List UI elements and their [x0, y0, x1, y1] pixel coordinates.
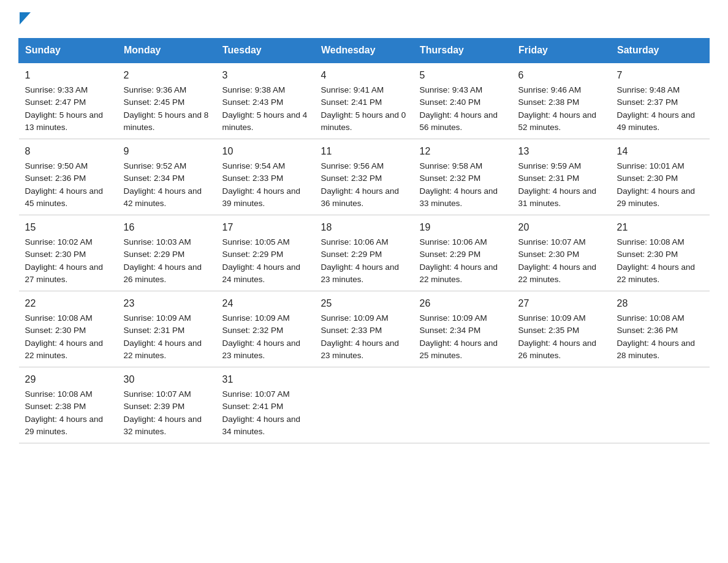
daylight-text: Daylight: 4 hours and 26 minutes.	[518, 339, 597, 360]
sunrise-text: Sunrise: 10:09 AM	[420, 313, 487, 323]
daylight-text: Daylight: 4 hours and 22 minutes.	[124, 339, 202, 360]
day-number: 29	[25, 372, 112, 387]
sunset-text: Sunset: 2:39 PM	[124, 402, 185, 411]
sunset-text: Sunset: 2:36 PM	[25, 174, 86, 183]
day-number: 21	[617, 220, 703, 235]
daylight-text: Daylight: 4 hours and 27 minutes.	[25, 262, 104, 284]
day-number: 11	[321, 144, 408, 159]
day-number: 28	[617, 296, 703, 311]
calendar-cell: 9Sunrise: 9:52 AMSunset: 2:34 PMDaylight…	[118, 139, 216, 215]
days-of-week-row: SundayMondayTuesdayWednesdayThursdayFrid…	[19, 39, 710, 63]
day-number: 2	[124, 68, 210, 83]
day-header-thursday: Thursday	[414, 39, 512, 63]
day-number: 12	[420, 144, 506, 159]
sunset-text: Sunset: 2:38 PM	[25, 402, 86, 411]
calendar-cell: 26Sunrise: 10:09 AMSunset: 2:34 PMDaylig…	[414, 291, 512, 367]
day-header-tuesday: Tuesday	[216, 39, 315, 63]
sunset-text: Sunset: 2:34 PM	[124, 174, 185, 183]
calendar-cell	[315, 367, 414, 443]
day-number: 14	[617, 144, 703, 159]
sunset-text: Sunset: 2:47 PM	[25, 98, 86, 107]
svg-marker-0	[20, 12, 31, 25]
sunrise-text: Sunrise: 9:56 AM	[321, 161, 384, 170]
sunset-text: Sunset: 2:29 PM	[222, 250, 284, 259]
daylight-text: Daylight: 4 hours and 31 minutes.	[518, 186, 597, 208]
day-number: 16	[124, 220, 210, 235]
calendar-cell: 31Sunrise: 10:07 AMSunset: 2:41 PMDaylig…	[216, 367, 315, 443]
sunrise-text: Sunrise: 10:08 AM	[25, 389, 93, 399]
day-header-saturday: Saturday	[611, 39, 710, 63]
calendar-cell: 25Sunrise: 10:09 AMSunset: 2:33 PMDaylig…	[315, 291, 414, 367]
sunrise-text: Sunrise: 10:05 AM	[222, 237, 290, 247]
sunset-text: Sunset: 2:29 PM	[420, 250, 481, 259]
day-number: 10	[222, 144, 309, 159]
day-number: 8	[25, 144, 112, 159]
calendar-cell: 3Sunrise: 9:38 AMSunset: 2:43 PMDaylight…	[216, 63, 315, 139]
calendar-cell: 10Sunrise: 9:54 AMSunset: 2:33 PMDayligh…	[216, 139, 315, 215]
sunrise-text: Sunrise: 9:54 AM	[222, 161, 286, 170]
sunset-text: Sunset: 2:45 PM	[124, 98, 185, 107]
calendar-cell: 30Sunrise: 10:07 AMSunset: 2:39 PMDaylig…	[118, 367, 216, 443]
sunset-text: Sunset: 2:29 PM	[124, 250, 185, 259]
calendar-cell: 17Sunrise: 10:05 AMSunset: 2:29 PMDaylig…	[216, 215, 315, 291]
week-row-3: 15Sunrise: 10:02 AMSunset: 2:30 PMDaylig…	[19, 215, 710, 291]
sunrise-text: Sunrise: 9:52 AM	[124, 161, 187, 170]
sunset-text: Sunset: 2:36 PM	[617, 326, 678, 335]
day-number: 23	[124, 296, 210, 311]
sunrise-text: Sunrise: 9:58 AM	[420, 161, 483, 170]
daylight-text: Daylight: 4 hours and 34 minutes.	[222, 415, 301, 436]
day-number: 18	[321, 220, 408, 235]
day-number: 13	[518, 144, 605, 159]
daylight-text: Daylight: 4 hours and 22 minutes.	[25, 339, 104, 360]
sunrise-text: Sunrise: 10:09 AM	[124, 313, 191, 323]
calendar-cell: 18Sunrise: 10:06 AMSunset: 2:29 PMDaylig…	[315, 215, 414, 291]
daylight-text: Daylight: 4 hours and 49 minutes.	[617, 110, 696, 132]
sunset-text: Sunset: 2:41 PM	[222, 402, 284, 411]
daylight-text: Daylight: 4 hours and 39 minutes.	[222, 186, 301, 208]
sunrise-text: Sunrise: 10:07 AM	[124, 389, 191, 399]
daylight-text: Daylight: 4 hours and 45 minutes.	[25, 186, 104, 208]
daylight-text: Daylight: 4 hours and 28 minutes.	[617, 339, 696, 360]
calendar-cell: 8Sunrise: 9:50 AMSunset: 2:36 PMDaylight…	[19, 139, 118, 215]
daylight-text: Daylight: 5 hours and 0 minutes.	[321, 110, 406, 132]
day-number: 24	[222, 296, 309, 311]
sunrise-text: Sunrise: 10:08 AM	[25, 313, 93, 323]
day-number: 22	[25, 296, 112, 311]
daylight-text: Daylight: 4 hours and 22 minutes.	[420, 262, 498, 284]
sunrise-text: Sunrise: 10:06 AM	[420, 237, 487, 247]
calendar-cell: 5Sunrise: 9:43 AMSunset: 2:40 PMDaylight…	[414, 63, 512, 139]
calendar-cell: 6Sunrise: 9:46 AMSunset: 2:38 PMDaylight…	[512, 63, 611, 139]
week-row-1: 1Sunrise: 9:33 AMSunset: 2:47 PMDaylight…	[19, 63, 710, 139]
week-row-2: 8Sunrise: 9:50 AMSunset: 2:36 PMDaylight…	[19, 139, 710, 215]
calendar-cell: 16Sunrise: 10:03 AMSunset: 2:29 PMDaylig…	[118, 215, 216, 291]
calendar-cell: 24Sunrise: 10:09 AMSunset: 2:32 PMDaylig…	[216, 291, 315, 367]
logo	[18, 12, 31, 27]
day-number: 6	[518, 68, 605, 83]
sunrise-text: Sunrise: 10:09 AM	[222, 313, 290, 323]
sunset-text: Sunset: 2:30 PM	[617, 174, 678, 183]
calendar-cell: 1Sunrise: 9:33 AMSunset: 2:47 PMDaylight…	[19, 63, 118, 139]
sunrise-text: Sunrise: 9:46 AM	[518, 85, 582, 94]
day-number: 20	[518, 220, 605, 235]
calendar-cell: 12Sunrise: 9:58 AMSunset: 2:32 PMDayligh…	[414, 139, 512, 215]
calendar-cell: 27Sunrise: 10:09 AMSunset: 2:35 PMDaylig…	[512, 291, 611, 367]
sunrise-text: Sunrise: 10:08 AM	[617, 313, 684, 323]
sunset-text: Sunset: 2:34 PM	[420, 326, 481, 335]
daylight-text: Daylight: 4 hours and 23 minutes.	[321, 262, 400, 284]
sunset-text: Sunset: 2:30 PM	[25, 326, 86, 335]
sunrise-text: Sunrise: 10:03 AM	[124, 237, 191, 247]
day-number: 7	[617, 68, 703, 83]
sunset-text: Sunset: 2:33 PM	[222, 174, 284, 183]
sunrise-text: Sunrise: 9:41 AM	[321, 85, 384, 94]
sunrise-text: Sunrise: 9:48 AM	[617, 85, 680, 94]
sunrise-text: Sunrise: 9:59 AM	[518, 161, 582, 170]
sunrise-text: Sunrise: 10:06 AM	[321, 237, 389, 247]
daylight-text: Daylight: 4 hours and 23 minutes.	[222, 339, 301, 360]
day-number: 30	[124, 372, 210, 387]
sunset-text: Sunset: 2:32 PM	[420, 174, 481, 183]
sunrise-text: Sunrise: 10:08 AM	[617, 237, 684, 247]
sunset-text: Sunset: 2:38 PM	[518, 98, 580, 107]
day-number: 25	[321, 296, 408, 311]
daylight-text: Daylight: 5 hours and 13 minutes.	[25, 110, 104, 132]
sunrise-text: Sunrise: 9:50 AM	[25, 161, 88, 170]
